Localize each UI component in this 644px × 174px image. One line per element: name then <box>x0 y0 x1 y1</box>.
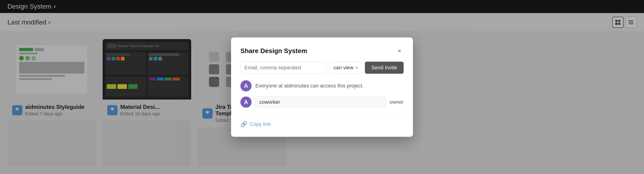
email-input[interactable] <box>240 62 327 74</box>
everyone-avatar: A <box>240 80 252 91</box>
share-modal: Share Design System × can view ∨ Send In… <box>231 37 413 137</box>
permission-dropdown[interactable]: can view ∨ <box>330 62 362 74</box>
email-row: can view ∨ Send Invite <box>240 62 404 74</box>
coworker-avatar: A <box>240 96 252 108</box>
everyone-text: Everyone at aidminutes can access this p… <box>255 83 364 89</box>
modal-title: Share Design System <box>240 47 307 55</box>
permission-label: can view <box>334 65 354 71</box>
everyone-row: A Everyone at aidminutes can access this… <box>240 80 404 91</box>
send-invite-button[interactable]: Send Invite <box>365 62 404 74</box>
coworker-input[interactable] <box>255 96 386 108</box>
coworker-row: A owner <box>240 96 404 108</box>
modal-overlay: Share Design System × can view ∨ Send In… <box>0 0 644 174</box>
modal-close-button[interactable]: × <box>395 47 404 55</box>
link-icon: 🔗 <box>240 121 248 127</box>
copy-link-row: 🔗 Copy link <box>240 115 404 127</box>
permission-chevron-icon: ∨ <box>355 65 358 70</box>
coworker-role-label: owner <box>390 99 404 105</box>
modal-header: Share Design System × <box>240 47 404 55</box>
copy-link-button[interactable]: Copy link <box>250 121 271 127</box>
